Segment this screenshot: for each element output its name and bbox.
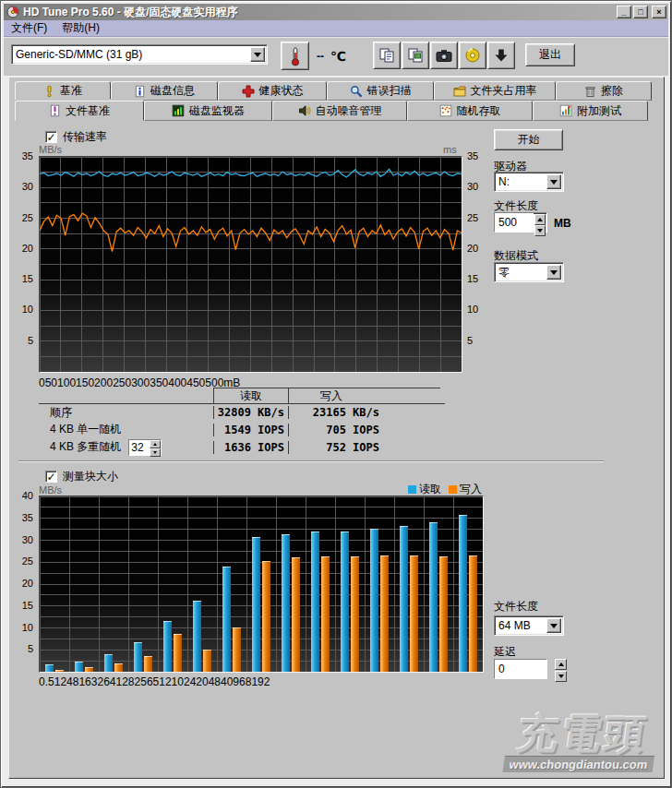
- arrow-up-icon: [558, 660, 564, 666]
- row-label: 4 KB 多重随机: [50, 439, 121, 455]
- write-bar: [85, 667, 93, 672]
- write-bar: [351, 556, 359, 672]
- tab-benchmark[interactable]: 基准: [15, 81, 111, 101]
- tab-erase[interactable]: 擦除: [556, 81, 652, 101]
- read-bar: [75, 662, 83, 672]
- copy-text-icon: [378, 47, 395, 64]
- device-select-arrow[interactable]: [250, 47, 265, 62]
- write-bar: [469, 555, 477, 672]
- read-bar: [163, 621, 172, 672]
- tab-disk-info[interactable]: 磁盘信息: [111, 81, 218, 101]
- block-file-length-arrow[interactable]: [546, 618, 561, 633]
- save-button[interactable]: [459, 42, 486, 69]
- delay-spinner[interactable]: [555, 659, 567, 679]
- chevron-down-icon: [254, 53, 261, 61]
- file-length-spinner[interactable]: [494, 212, 547, 233]
- drive-select[interactable]: N:: [494, 172, 564, 192]
- sequential-write-value: 23165 KB/s: [288, 406, 440, 419]
- results-row-sequential: 顺序 32809 KB/s 23165 KB/s: [39, 403, 445, 421]
- tab-disk-monitor[interactable]: 磁盘监视器: [144, 101, 272, 121]
- tab-extra-tests-label: 附加测试: [577, 103, 621, 119]
- block-size-chart: [39, 495, 484, 673]
- tab-aam[interactable]: 自动噪音管理: [272, 101, 407, 121]
- speaker-icon: [298, 104, 311, 117]
- menu-file[interactable]: 文件(F): [4, 19, 54, 37]
- write-bar: [144, 656, 152, 672]
- tab-file-benchmark-label: 文件基准: [66, 103, 110, 119]
- arrow-up-icon: [537, 215, 543, 221]
- file-length-down-button[interactable]: [534, 225, 546, 236]
- tab-file-benchmark[interactable]: 文件基准: [15, 101, 144, 121]
- read-column-header: 读取: [213, 388, 288, 404]
- watermark: 充電頭 www.chongdiantou.com: [503, 713, 661, 772]
- file-length-input[interactable]: [495, 213, 534, 232]
- camera-icon: [435, 47, 453, 64]
- transfer-rate-checkbox[interactable]: ✓ 传输速率: [45, 129, 107, 145]
- copy-image-icon: [407, 47, 424, 64]
- queue-depth-input[interactable]: [129, 440, 150, 455]
- screenshot-button[interactable]: [430, 42, 458, 69]
- temperature-value: --: [317, 50, 324, 63]
- write-bar: [439, 556, 448, 672]
- drive-select-value: N:: [495, 175, 545, 188]
- trash-icon: [584, 85, 596, 98]
- file-length-unit: MB: [554, 217, 571, 230]
- results-row-4k-single: 4 KB 单一随机 1549 IOPS 705 IOPS: [39, 421, 445, 438]
- read-bar: [282, 534, 290, 672]
- copy-text-button[interactable]: [373, 42, 401, 69]
- queue-depth-spinner[interactable]: [128, 439, 162, 456]
- 4k-single-read-value: 1549 IOPS: [213, 424, 288, 436]
- line-chart-yunit-right: ms: [443, 144, 457, 155]
- queue-depth-up-button[interactable]: [150, 440, 161, 448]
- menu-help[interactable]: 帮助(H): [54, 19, 107, 37]
- write-bar: [292, 557, 300, 672]
- info-icon: [134, 85, 146, 98]
- tab-aam-label: 自动噪音管理: [316, 103, 382, 119]
- delay-up-button[interactable]: [555, 659, 567, 670]
- 4k-multi-read-value: 1636 IOPS: [213, 441, 288, 454]
- delay-down-button[interactable]: [555, 671, 567, 682]
- write-bar: [114, 663, 123, 672]
- write-bar: [262, 561, 270, 672]
- download-button[interactable]: [487, 42, 515, 69]
- minimize-button[interactable]: _: [617, 6, 631, 18]
- tab-health-label: 健康状态: [259, 83, 304, 99]
- results-header-row: 读取 写入: [39, 388, 445, 403]
- start-button-label: 开始: [518, 132, 540, 148]
- block-file-length-select[interactable]: 64 MB: [494, 615, 564, 636]
- exit-button[interactable]: 退出: [525, 43, 575, 66]
- app-window: HD Tune Pro 5.60 - 硬盘/固态硬盘实用程序 _ □ × 文件(…: [0, 0, 672, 788]
- write-bar: [233, 627, 241, 672]
- magnifier-icon: [350, 85, 363, 98]
- transfer-rate-label: 传输速率: [63, 129, 107, 145]
- tab-error-scan[interactable]: 错误扫描: [327, 81, 434, 101]
- title-bar: HD Tune Pro 5.60 - 硬盘/固态硬盘实用程序 _ □ ×: [4, 4, 668, 20]
- checkbox-check-icon: ✓: [45, 131, 57, 143]
- data-mode-arrow[interactable]: [546, 265, 561, 280]
- tab-random-access[interactable]: 随机存取: [407, 101, 533, 121]
- copy-image-button[interactable]: [402, 42, 429, 69]
- tab-error-scan-label: 错误扫描: [367, 83, 412, 99]
- temperature-button[interactable]: [281, 42, 309, 70]
- save-icon: [464, 47, 481, 64]
- sequential-read-value: 32809 KB/s: [213, 406, 288, 419]
- monitor-chart-icon: [172, 104, 185, 117]
- bar-chart-xaxis: 0.512481632641282565121024204840968192: [39, 675, 664, 688]
- tab-folder-usage-label: 文件夹占用率: [471, 83, 537, 99]
- start-button[interactable]: 开始: [494, 129, 563, 150]
- delay-field[interactable]: [494, 659, 547, 679]
- data-mode-select[interactable]: 零: [494, 262, 564, 282]
- tab-health[interactable]: 健康状态: [218, 81, 327, 101]
- close-button[interactable]: ×: [652, 6, 666, 18]
- drive-select-arrow[interactable]: [546, 174, 561, 189]
- tab-folder-usage[interactable]: 文件夹占用率: [434, 81, 556, 101]
- file-length-up-button[interactable]: [534, 214, 546, 225]
- window-title: HD Tune Pro 5.60 - 硬盘/固态硬盘实用程序: [23, 5, 617, 20]
- device-select[interactable]: Generic-SD/MMC (31 gB): [11, 44, 268, 65]
- tab-extra-tests[interactable]: 附加测试: [533, 101, 648, 121]
- delay-input[interactable]: [495, 660, 546, 678]
- read-bar: [104, 654, 113, 672]
- queue-depth-down-button[interactable]: [150, 448, 161, 457]
- maximize-button[interactable]: □: [633, 6, 648, 18]
- tab-page: 基准 磁盘信息 健康状态 错误扫描 文件夹占用率 擦除: [8, 77, 665, 779]
